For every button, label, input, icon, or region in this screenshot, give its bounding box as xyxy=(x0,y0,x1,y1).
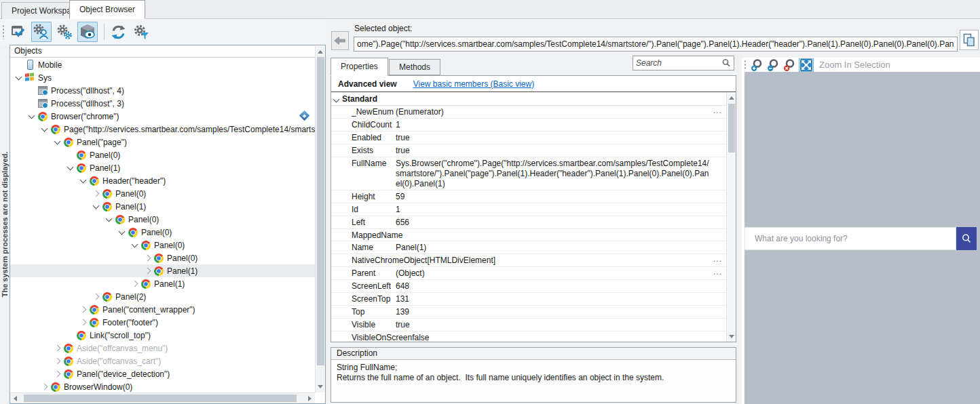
chevron-down-icon[interactable] xyxy=(117,226,128,239)
zoom-reset-icon[interactable] xyxy=(783,58,797,72)
tree-horizontal-scrollbar-thumb[interactable] xyxy=(24,395,297,402)
tree-item[interactable]: Panel(1) xyxy=(10,161,315,174)
tree-item[interactable]: Sys xyxy=(10,71,315,84)
chevron-right-icon[interactable] xyxy=(91,187,102,200)
view-object-eye-icon[interactable] xyxy=(77,22,98,42)
chevron-right-icon[interactable] xyxy=(52,355,63,367)
chevron-right-icon[interactable] xyxy=(143,251,153,264)
tree-item[interactable]: Footer("footer") xyxy=(10,316,315,329)
tree-item[interactable]: Process("dllhost", 3) xyxy=(10,97,315,110)
scroll-down-arrow-icon[interactable] xyxy=(318,385,323,388)
ellipsis-button[interactable]: ... xyxy=(713,106,722,115)
property-row[interactable]: FullNameSys.Browser("chrome").Page("http… xyxy=(331,157,726,190)
chevron-down-icon[interactable] xyxy=(52,136,63,148)
settings-gears-icon[interactable] xyxy=(54,22,75,42)
spy-diamond-icon[interactable] xyxy=(299,110,310,121)
tree-item[interactable]: Panel(0) xyxy=(10,251,315,264)
selected-object-input[interactable] xyxy=(354,37,958,52)
tree-item[interactable]: Panel(0) xyxy=(10,213,315,226)
scroll-up-arrow-icon[interactable] xyxy=(729,96,734,100)
fit-selection-icon[interactable] xyxy=(799,58,814,72)
toolbar-grip[interactable] xyxy=(2,24,5,39)
tree-item[interactable]: Panel(2) xyxy=(10,290,315,303)
zoom-toolbar-grip[interactable] xyxy=(744,60,747,70)
property-row[interactable]: MappedName xyxy=(331,229,726,241)
tree-item[interactable]: Panel("device_detection") xyxy=(10,367,315,380)
tab-methods[interactable]: Methods xyxy=(389,59,440,75)
tree-item[interactable]: Panel("page") xyxy=(10,136,315,148)
chevron-down-icon[interactable] xyxy=(26,110,37,123)
chevron-down-icon[interactable] xyxy=(65,161,76,174)
tree-item[interactable]: Panel(0) xyxy=(10,239,315,251)
grid-vertical-scrollbar[interactable] xyxy=(726,93,736,342)
copy-button[interactable] xyxy=(960,30,979,50)
tree-horizontal-scrollbar[interactable] xyxy=(10,392,315,403)
tab-object-browser[interactable]: Object Browser xyxy=(69,0,145,19)
chevron-right-icon[interactable] xyxy=(78,316,89,329)
chevron-down-icon[interactable] xyxy=(104,213,115,226)
tree-item[interactable]: Panel(0) xyxy=(10,187,315,200)
tree-item[interactable]: Link("scroll_top") xyxy=(10,329,315,342)
chevron-right-icon[interactable] xyxy=(91,290,102,303)
property-row[interactable]: NativeChromeObject[HTMLDivElement]... xyxy=(331,254,726,267)
chevron-down-icon[interactable] xyxy=(14,71,24,84)
property-row[interactable]: _NewEnum(Enumerator)... xyxy=(331,106,726,119)
property-row[interactable]: ScreenLeft648 xyxy=(331,280,726,293)
tree-item[interactable]: Panel(1) xyxy=(10,277,315,290)
tree-vertical-scrollbar-thumb[interactable] xyxy=(317,57,324,365)
property-row[interactable]: Parent(Object)... xyxy=(331,267,726,280)
zoom-out-icon[interactable] xyxy=(766,58,781,72)
property-row[interactable]: Visibletrue xyxy=(331,319,726,331)
scroll-left-arrow-icon[interactable] xyxy=(14,396,17,401)
tree-item[interactable]: BrowserWindow(0) xyxy=(10,380,315,392)
tab-properties[interactable]: Properties xyxy=(331,58,388,76)
chevron-right-icon[interactable] xyxy=(143,264,153,277)
property-row[interactable]: Existstrue xyxy=(331,144,726,157)
tree-item[interactable]: Aside("offcanvas_cart") xyxy=(10,355,315,367)
preview-search-button[interactable] xyxy=(956,227,977,250)
property-row[interactable]: Id1 xyxy=(331,203,726,216)
preview-search-input[interactable]: What are you looking for? xyxy=(745,227,956,250)
grid-scrollbar-thumb[interactable] xyxy=(728,104,735,153)
object-spy-icon[interactable] xyxy=(31,22,52,42)
chevron-right-icon[interactable] xyxy=(52,342,63,355)
ellipsis-button[interactable]: ... xyxy=(713,267,722,277)
filter-gear-icon[interactable] xyxy=(131,22,151,42)
property-row[interactable]: ChildCount1 xyxy=(331,119,726,132)
tree-item[interactable]: Panel(1) xyxy=(10,200,315,213)
tree-vertical-scrollbar[interactable] xyxy=(315,46,325,392)
tree-item[interactable]: Panel(0) xyxy=(10,148,315,161)
property-row[interactable]: ScreenTop131 xyxy=(331,293,726,306)
scroll-down-arrow-icon[interactable] xyxy=(729,335,734,338)
tree-item[interactable]: Process("dllhost", 4) xyxy=(10,84,315,97)
refresh-icon[interactable] xyxy=(108,22,128,42)
chevron-down-icon[interactable] xyxy=(78,174,89,187)
checked-window-icon[interactable] xyxy=(8,22,29,42)
chevron-down-icon[interactable] xyxy=(331,94,342,104)
property-row[interactable]: Top139 xyxy=(331,306,726,319)
chevron-down-icon[interactable] xyxy=(39,123,50,136)
tree-item[interactable]: Browser("chrome") xyxy=(10,110,315,123)
chevron-right-icon[interactable] xyxy=(52,367,63,380)
property-search-input[interactable] xyxy=(633,58,721,68)
chevron-right-icon[interactable] xyxy=(78,303,89,316)
tree-item[interactable]: Panel("content_wrapper") xyxy=(10,303,315,316)
chevron-down-icon[interactable] xyxy=(91,200,102,213)
property-row[interactable]: VisibleOnScreenfalse xyxy=(331,331,726,342)
tree-item[interactable]: Mobile xyxy=(10,58,315,71)
tree-item[interactable]: Header("header") xyxy=(10,174,315,187)
chevron-right-icon[interactable] xyxy=(39,380,50,392)
ellipsis-button[interactable]: ... xyxy=(713,254,722,264)
back-button[interactable] xyxy=(331,31,349,50)
chevron-right-icon[interactable] xyxy=(130,277,140,290)
zoom-in-icon[interactable] xyxy=(750,58,765,72)
property-row[interactable]: NamePanel(1) xyxy=(331,241,726,254)
tree-item[interactable]: Panel(1) xyxy=(10,264,315,277)
scroll-up-arrow-icon[interactable] xyxy=(318,50,323,54)
tree-item[interactable]: Panel(0) xyxy=(10,226,315,239)
chevron-down-icon[interactable] xyxy=(130,239,140,251)
property-row[interactable]: Enabledtrue xyxy=(331,132,726,144)
basic-view-link[interactable]: View basic members (Basic view) xyxy=(413,79,535,89)
property-group-standard[interactable]: Standard xyxy=(331,93,726,106)
tree-item[interactable]: Page("http://services.smartbear.com/samp… xyxy=(10,123,315,136)
